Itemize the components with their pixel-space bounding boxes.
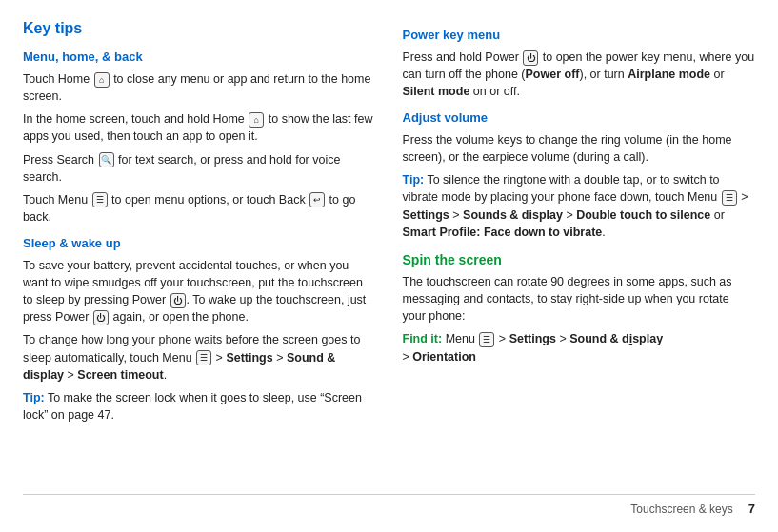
- sleep-wake-p1: To save your battery, prevent accidental…: [23, 257, 376, 326]
- footer-page-number: 7: [748, 501, 755, 519]
- back-icon: ↩: [309, 192, 325, 207]
- menu-icon-4: ☰: [479, 332, 494, 347]
- footer: Touchscreen & keys 7: [23, 494, 755, 519]
- menu-icon: ☰: [92, 192, 108, 207]
- menu-home-back-p1: Touch Home ⌂ to close any menu or app an…: [23, 70, 376, 105]
- home-icon: ⌂: [94, 72, 110, 88]
- sleep-wake-tip: Tip: To make the screen lock when it goe…: [23, 389, 376, 424]
- section-spin-screen-heading: Spin the screen: [403, 250, 756, 269]
- power-icon: ⏻: [170, 293, 186, 308]
- power-key-p1: Press and hold Power ⏻ to open the power…: [403, 49, 756, 100]
- spin-screen-find-it: Find it: Menu ☰ > Settings > Sound & dis…: [403, 330, 756, 365]
- page: Key tips Menu, home, & back Touch Home ⌂…: [0, 0, 778, 532]
- search-icon: 🔍: [99, 152, 114, 167]
- menu-home-back-p2: In the home screen, touch and hold Home …: [23, 110, 376, 145]
- left-column: Key tips Menu, home, & back Touch Home ⌂…: [23, 17, 376, 488]
- spin-screen-p1: The touchscreen can rotate 90 degrees in…: [403, 273, 756, 325]
- adjust-volume-tip: Tip: To silence the ringtone with a doub…: [403, 171, 756, 241]
- columns: Key tips Menu, home, & back Touch Home ⌂…: [23, 17, 755, 488]
- adjust-volume-p1: Press the volume keys to change the ring…: [403, 131, 756, 166]
- section-power-key-heading: Power key menu: [403, 27, 756, 45]
- section-sleep-wake-heading: Sleep & wake up: [23, 235, 376, 253]
- power-icon-2: ⏻: [93, 310, 109, 325]
- menu-home-back-p3: Press Search 🔍 for text search, or press…: [23, 151, 376, 186]
- page-title: Key tips: [23, 17, 376, 39]
- menu-icon-2: ☰: [196, 350, 211, 365]
- menu-icon-3: ☰: [722, 190, 737, 206]
- footer-label: Touchscreen & keys: [630, 502, 732, 518]
- section-adjust-volume-heading: Adjust volume: [403, 109, 756, 128]
- home-icon-2: ⌂: [249, 112, 264, 128]
- section-menu-home-back-heading: Menu, home, & back: [23, 49, 376, 67]
- power-icon-3: ⏻: [523, 50, 538, 66]
- sleep-wake-p2: To change how long your phone waits befo…: [23, 331, 376, 383]
- menu-home-back-p4: Touch Menu ☰ to open menu options, or to…: [23, 191, 376, 226]
- right-column: Power key menu Press and hold Power ⏻ to…: [403, 17, 756, 488]
